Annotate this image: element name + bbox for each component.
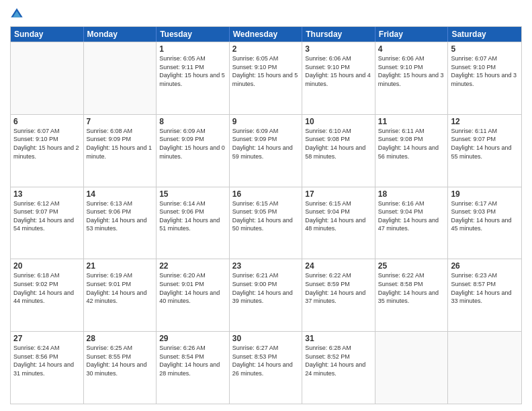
day-info: Sunrise: 6:05 AMSunset: 9:10 PMDaylight:… <box>232 54 300 88</box>
day-number: 15 <box>159 189 226 199</box>
logo-icon <box>10 7 24 21</box>
day-info: Sunrise: 6:08 AMSunset: 9:09 PMDaylight:… <box>87 127 154 161</box>
cal-cell: 28Sunrise: 6:25 AMSunset: 8:55 PMDayligh… <box>84 332 157 404</box>
day-number: 18 <box>378 189 445 199</box>
day-number: 16 <box>232 189 300 199</box>
calendar: SundayMondayTuesdayWednesdayThursdayFrid… <box>10 26 522 404</box>
cal-cell: 12Sunrise: 6:11 AMSunset: 9:07 PMDayligh… <box>448 115 521 187</box>
calendar-body: 1Sunrise: 6:05 AMSunset: 9:11 PMDaylight… <box>11 42 521 404</box>
day-number: 12 <box>451 117 519 126</box>
day-info: Sunrise: 6:18 AMSunset: 9:02 PMDaylight:… <box>13 271 81 305</box>
day-number: 13 <box>13 189 81 199</box>
day-info: Sunrise: 6:12 AMSunset: 9:07 PMDaylight:… <box>13 199 81 233</box>
cal-cell: 6Sunrise: 6:07 AMSunset: 9:10 PMDaylight… <box>11 115 84 187</box>
day-number: 20 <box>13 261 81 271</box>
cal-cell: 2Sunrise: 6:05 AMSunset: 9:10 PMDaylight… <box>230 42 303 114</box>
cal-cell: 16Sunrise: 6:15 AMSunset: 9:05 PMDayligh… <box>230 187 303 259</box>
day-number: 28 <box>87 334 154 343</box>
day-info: Sunrise: 6:19 AMSunset: 9:01 PMDaylight:… <box>87 271 154 305</box>
day-info: Sunrise: 6:15 AMSunset: 9:05 PMDaylight:… <box>232 199 300 233</box>
day-info: Sunrise: 6:16 AMSunset: 9:04 PMDaylight:… <box>378 199 445 233</box>
cal-cell: 14Sunrise: 6:13 AMSunset: 9:06 PMDayligh… <box>84 187 157 259</box>
cal-cell: 25Sunrise: 6:22 AMSunset: 8:58 PMDayligh… <box>375 259 449 331</box>
day-info: Sunrise: 6:11 AMSunset: 9:08 PMDaylight:… <box>378 127 445 161</box>
day-number: 2 <box>232 44 300 54</box>
day-number: 17 <box>305 189 372 199</box>
day-info: Sunrise: 6:25 AMSunset: 8:55 PMDaylight:… <box>87 344 154 377</box>
day-info: Sunrise: 6:14 AMSunset: 9:06 PMDaylight:… <box>159 199 226 233</box>
cal-cell: 13Sunrise: 6:12 AMSunset: 9:07 PMDayligh… <box>11 187 84 259</box>
day-number: 19 <box>451 189 519 199</box>
logo <box>10 7 26 21</box>
cal-cell: 21Sunrise: 6:19 AMSunset: 9:01 PMDayligh… <box>84 259 157 331</box>
day-info: Sunrise: 6:09 AMSunset: 9:09 PMDaylight:… <box>232 127 300 161</box>
week-row-4: 20Sunrise: 6:18 AMSunset: 9:02 PMDayligh… <box>11 259 521 331</box>
day-number: 30 <box>232 334 300 343</box>
cal-cell: 19Sunrise: 6:17 AMSunset: 9:03 PMDayligh… <box>448 187 521 259</box>
cal-cell: 30Sunrise: 6:27 AMSunset: 8:53 PMDayligh… <box>230 332 303 404</box>
day-number: 24 <box>305 261 372 271</box>
day-info: Sunrise: 6:20 AMSunset: 9:01 PMDaylight:… <box>159 271 226 305</box>
weekday-header-monday: Monday <box>84 27 157 42</box>
header <box>10 7 522 21</box>
day-info: Sunrise: 6:21 AMSunset: 9:00 PMDaylight:… <box>232 271 300 305</box>
cal-cell: 20Sunrise: 6:18 AMSunset: 9:02 PMDayligh… <box>11 259 84 331</box>
day-info: Sunrise: 6:28 AMSunset: 8:52 PMDaylight:… <box>305 344 372 377</box>
day-info: Sunrise: 6:10 AMSunset: 9:08 PMDaylight:… <box>305 127 372 161</box>
cal-cell: 15Sunrise: 6:14 AMSunset: 9:06 PMDayligh… <box>157 187 230 259</box>
weekday-header-sunday: Sunday <box>11 27 84 42</box>
day-info: Sunrise: 6:24 AMSunset: 8:56 PMDaylight:… <box>13 344 81 377</box>
cal-cell: 22Sunrise: 6:20 AMSunset: 9:01 PMDayligh… <box>157 259 230 331</box>
day-info: Sunrise: 6:22 AMSunset: 8:59 PMDaylight:… <box>305 271 372 305</box>
cal-cell <box>84 42 157 114</box>
cal-cell: 1Sunrise: 6:05 AMSunset: 9:11 PMDaylight… <box>157 42 230 114</box>
cal-cell: 27Sunrise: 6:24 AMSunset: 8:56 PMDayligh… <box>11 332 84 404</box>
cal-cell <box>11 42 84 114</box>
day-number: 29 <box>159 334 226 343</box>
cal-cell: 9Sunrise: 6:09 AMSunset: 9:09 PMDaylight… <box>230 115 303 187</box>
page: SundayMondayTuesdayWednesdayThursdayFrid… <box>0 0 532 411</box>
day-number: 10 <box>305 117 372 126</box>
weekday-header-wednesday: Wednesday <box>230 27 303 42</box>
day-info: Sunrise: 6:15 AMSunset: 9:04 PMDaylight:… <box>305 199 372 233</box>
day-number: 22 <box>159 261 226 271</box>
day-info: Sunrise: 6:23 AMSunset: 8:57 PMDaylight:… <box>451 271 519 305</box>
day-number: 21 <box>87 261 154 271</box>
day-info: Sunrise: 6:17 AMSunset: 9:03 PMDaylight:… <box>451 199 519 233</box>
day-number: 4 <box>378 44 445 54</box>
cal-cell: 26Sunrise: 6:23 AMSunset: 8:57 PMDayligh… <box>448 259 521 331</box>
day-info: Sunrise: 6:11 AMSunset: 9:07 PMDaylight:… <box>451 127 519 161</box>
day-info: Sunrise: 6:06 AMSunset: 9:10 PMDaylight:… <box>305 54 372 88</box>
day-info: Sunrise: 6:07 AMSunset: 9:10 PMDaylight:… <box>451 54 519 88</box>
day-info: Sunrise: 6:22 AMSunset: 8:58 PMDaylight:… <box>378 271 445 305</box>
day-number: 1 <box>159 44 226 54</box>
day-number: 11 <box>378 117 445 126</box>
cal-cell: 10Sunrise: 6:10 AMSunset: 9:08 PMDayligh… <box>302 115 375 187</box>
day-number: 7 <box>87 117 154 126</box>
cal-cell: 31Sunrise: 6:28 AMSunset: 8:52 PMDayligh… <box>302 332 375 404</box>
day-info: Sunrise: 6:09 AMSunset: 9:09 PMDaylight:… <box>159 127 226 161</box>
cal-cell: 23Sunrise: 6:21 AMSunset: 9:00 PMDayligh… <box>230 259 303 331</box>
day-number: 14 <box>87 189 154 199</box>
cal-cell <box>448 332 521 404</box>
cal-cell: 7Sunrise: 6:08 AMSunset: 9:09 PMDaylight… <box>84 115 157 187</box>
day-info: Sunrise: 6:07 AMSunset: 9:10 PMDaylight:… <box>13 127 81 161</box>
week-row-5: 27Sunrise: 6:24 AMSunset: 8:56 PMDayligh… <box>11 331 521 404</box>
day-info: Sunrise: 6:06 AMSunset: 9:10 PMDaylight:… <box>378 54 445 88</box>
day-number: 8 <box>159 117 226 126</box>
calendar-header: SundayMondayTuesdayWednesdayThursdayFrid… <box>11 27 521 42</box>
day-number: 3 <box>305 44 372 54</box>
weekday-header-thursday: Thursday <box>302 27 375 42</box>
week-row-1: 1Sunrise: 6:05 AMSunset: 9:11 PMDaylight… <box>11 42 521 114</box>
day-number: 26 <box>451 261 519 271</box>
cal-cell: 3Sunrise: 6:06 AMSunset: 9:10 PMDaylight… <box>302 42 375 114</box>
cal-cell: 11Sunrise: 6:11 AMSunset: 9:08 PMDayligh… <box>375 115 449 187</box>
week-row-3: 13Sunrise: 6:12 AMSunset: 9:07 PMDayligh… <box>11 187 521 259</box>
cal-cell <box>375 332 449 404</box>
day-number: 6 <box>13 117 81 126</box>
day-info: Sunrise: 6:05 AMSunset: 9:11 PMDaylight:… <box>159 54 226 88</box>
day-number: 31 <box>305 334 372 343</box>
weekday-header-saturday: Saturday <box>448 27 521 42</box>
day-number: 25 <box>378 261 445 271</box>
day-info: Sunrise: 6:13 AMSunset: 9:06 PMDaylight:… <box>87 199 154 233</box>
